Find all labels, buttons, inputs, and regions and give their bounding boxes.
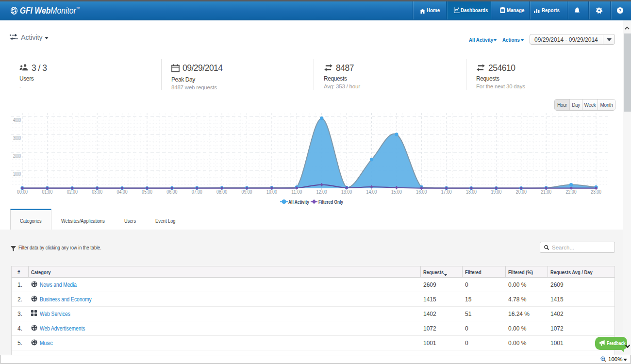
svg-text:07:00: 07:00 [192,189,202,195]
svg-text:15:00: 15:00 [391,189,402,195]
svg-text:04:00: 04:00 [117,189,128,195]
svg-text:16:00: 16:00 [416,189,427,195]
svg-text:3000: 3000 [13,135,21,141]
svg-text:2000: 2000 [13,153,21,159]
svg-text:10:00: 10:00 [266,189,277,195]
svg-text:Filtered Only: Filtered Only [318,199,344,205]
svg-text:00:00: 00:00 [17,189,28,195]
svg-text:08:00: 08:00 [216,189,227,195]
svg-text:09:00: 09:00 [242,189,252,195]
svg-text:11:00: 11:00 [291,189,302,195]
svg-text:4000: 4000 [13,117,21,123]
svg-text:18:00: 18:00 [466,189,477,195]
svg-text:01:00: 01:00 [42,189,52,195]
svg-text:13:00: 13:00 [341,189,352,195]
svg-text:?: ? [619,8,621,13]
svg-text:All Activity: All Activity [288,199,310,205]
svg-text:03:00: 03:00 [92,189,102,195]
svg-text:20:00: 20:00 [516,189,527,195]
svg-text:05:00: 05:00 [142,189,152,195]
svg-text:23:00: 23:00 [591,189,601,195]
svg-text:02:00: 02:00 [67,189,78,195]
svg-text:12:00: 12:00 [316,189,327,195]
svg-text:22:00: 22:00 [566,189,577,195]
svg-text:1000: 1000 [13,171,21,177]
svg-text:21:00: 21:00 [541,189,551,195]
svg-text:17:00: 17:00 [441,189,452,195]
svg-text:06:00: 06:00 [166,189,177,195]
svg-text:14:00: 14:00 [366,189,377,195]
svg-text:19:00: 19:00 [491,189,501,195]
